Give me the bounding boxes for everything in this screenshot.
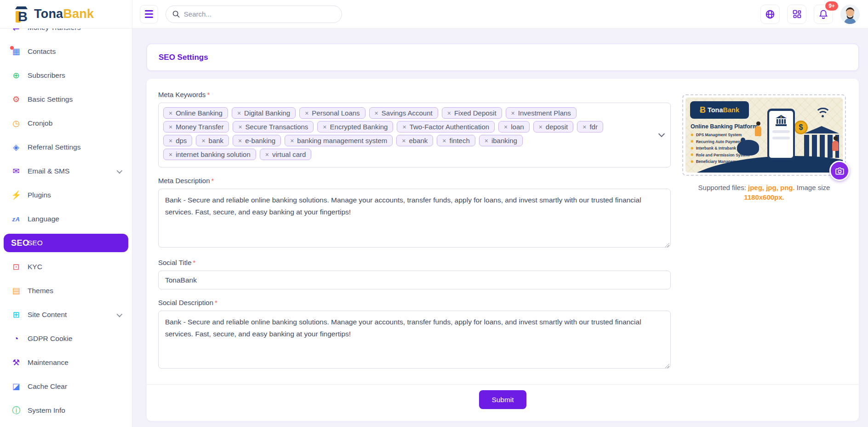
- bank-icon: [775, 115, 788, 127]
- remove-keyword-icon[interactable]: ×: [539, 123, 542, 131]
- sidebar-item-cronjob[interactable]: ◷Cronjob: [4, 114, 128, 133]
- keyword-chip[interactable]: ×ebank: [396, 135, 433, 146]
- remove-keyword-icon[interactable]: ×: [169, 137, 172, 144]
- sidebar-item-kyc[interactable]: ⊡KYC: [4, 258, 128, 276]
- sidebar-item-label: Basic Settings: [28, 95, 121, 104]
- sidebar-item-label: Maintenance: [28, 358, 121, 367]
- remove-keyword-icon[interactable]: ×: [511, 110, 515, 117]
- remove-keyword-icon[interactable]: ×: [238, 137, 242, 144]
- keyword-chip-label: Two-Factor Authentication: [410, 123, 489, 131]
- keyword-chip[interactable]: ×Encrypted Banking: [317, 121, 393, 133]
- seo-image-upload[interactable]: Ƀ TonaBank Online Banking Platform ✹DPS …: [682, 94, 846, 176]
- keyword-chip[interactable]: ×e-banking: [233, 135, 281, 146]
- remove-keyword-icon[interactable]: ×: [265, 151, 269, 158]
- remove-keyword-icon[interactable]: ×: [402, 123, 406, 131]
- sidebar-item-contacts[interactable]: ▦Contacts: [4, 42, 128, 61]
- resize-grip-icon[interactable]: [665, 364, 669, 368]
- keyword-chip[interactable]: ×virtual card: [260, 149, 312, 160]
- sidebar-item-referral-settings[interactable]: ◈Referral Settings: [4, 138, 128, 156]
- sidebar-item-basic-settings[interactable]: ⚙Basic Settings: [4, 90, 128, 109]
- remove-keyword-icon[interactable]: ×: [238, 123, 242, 131]
- remove-keyword-icon[interactable]: ×: [305, 110, 308, 117]
- social-title-input[interactable]: [158, 271, 671, 289]
- remove-keyword-icon[interactable]: ×: [582, 123, 586, 131]
- bell-icon: [818, 9, 828, 19]
- keyword-chip[interactable]: ×Savings Account: [369, 107, 438, 119]
- sidebar-item-money-transfers[interactable]: ⇄Money Transfers: [4, 29, 128, 37]
- remove-keyword-icon[interactable]: ×: [442, 137, 446, 144]
- keyword-chip[interactable]: ×banking management system: [285, 135, 393, 146]
- keyword-chip[interactable]: ×Online Banking: [163, 107, 228, 119]
- resize-grip-icon[interactable]: [665, 243, 669, 247]
- remove-keyword-icon[interactable]: ×: [290, 137, 294, 144]
- notification-dot: [10, 46, 14, 50]
- brand-logo[interactable]: B TonaBank: [0, 0, 132, 29]
- keyword-chip[interactable]: ×internet banking solution: [163, 149, 256, 160]
- sidebar-item-themes[interactable]: ▤Themes: [4, 282, 128, 300]
- keyword-chip[interactable]: ×deposit: [533, 121, 574, 133]
- remove-keyword-icon[interactable]: ×: [375, 110, 378, 117]
- sidebar-item-label: Email & SMS: [28, 167, 110, 175]
- user-avatar[interactable]: [840, 5, 860, 24]
- keyword-chip[interactable]: ×fintech: [437, 135, 475, 146]
- change-image-button[interactable]: [829, 161, 850, 181]
- sidebar-item-system-info[interactable]: ⓘSystem Info: [4, 401, 128, 420]
- remove-keyword-icon[interactable]: ×: [169, 123, 172, 131]
- sidebar-item-label: System Info: [28, 406, 121, 415]
- keyword-chip[interactable]: ×Secure Transactions: [233, 121, 314, 133]
- chevron-down-icon[interactable]: [658, 131, 665, 137]
- language-globe-button[interactable]: [760, 5, 780, 24]
- keyword-chip[interactable]: ×fdr: [577, 121, 603, 133]
- apps-menu-button[interactable]: [787, 5, 806, 24]
- keyword-chip-label: banking management system: [297, 137, 387, 144]
- wifi-icon: [815, 108, 831, 120]
- keyword-chip-label: Fixed Deposit: [454, 109, 497, 117]
- keyword-chip[interactable]: ×Fixed Deposit: [442, 107, 502, 119]
- banner-heading: Online Banking Platform: [691, 123, 758, 130]
- chevron-down-icon: [117, 311, 123, 317]
- keyword-chip[interactable]: ×bank: [196, 135, 229, 146]
- submit-button[interactable]: Submit: [479, 390, 526, 409]
- sidebar-item-plugins[interactable]: ⚡Plugins: [4, 186, 128, 204]
- sidebar-item-maintenance[interactable]: ⚒Maintenance: [4, 353, 128, 372]
- sidebar-toggle-button[interactable]: [140, 5, 158, 23]
- remove-keyword-icon[interactable]: ×: [504, 123, 508, 131]
- notifications-button[interactable]: 9+: [814, 5, 833, 24]
- sidebar-item-subscribers[interactable]: ⊕Subscribers: [4, 66, 128, 85]
- brand-logo-icon: B: [12, 5, 30, 23]
- keyword-chip[interactable]: ×Investment Plans: [506, 107, 577, 119]
- contact-card-icon: ▦: [11, 47, 21, 56]
- search-icon: [172, 10, 180, 18]
- remove-keyword-icon[interactable]: ×: [402, 137, 405, 144]
- remove-keyword-icon[interactable]: ×: [323, 123, 326, 131]
- remove-keyword-icon[interactable]: ×: [169, 110, 172, 117]
- sidebar-item-email-sms[interactable]: ✉Email & SMS: [4, 162, 128, 180]
- remove-keyword-icon[interactable]: ×: [485, 137, 488, 144]
- sidebar-item-site-content[interactable]: ⊞Site Content: [4, 306, 128, 324]
- keyword-chip[interactable]: ×Two-Factor Authentication: [397, 121, 495, 133]
- remove-keyword-icon[interactable]: ×: [169, 151, 172, 158]
- sidebar-nav: ⇄Money Transfers▦Contacts⊕Subscribers⚙Ba…: [0, 29, 132, 427]
- notification-count-badge: 9+: [825, 1, 838, 11]
- remove-keyword-icon[interactable]: ×: [237, 110, 241, 117]
- sidebar-item-label: GDPR Cookie: [28, 335, 121, 343]
- search-input[interactable]: [184, 10, 335, 18]
- remove-keyword-icon[interactable]: ×: [447, 110, 451, 117]
- search-box[interactable]: [166, 6, 342, 23]
- keyword-chip[interactable]: ×Money Transfer: [163, 121, 229, 133]
- meta-description-textarea[interactable]: Bank - Secure and reliable online bankin…: [158, 189, 671, 248]
- sidebar-item-gdpr-cookie[interactable]: ◔GDPR Cookie: [4, 329, 128, 348]
- keyword-chip[interactable]: ×Personal Loans: [299, 107, 365, 119]
- sidebar-item-language[interactable]: zALanguage: [4, 210, 128, 228]
- sidebar-item-cache-clear[interactable]: ◪Cache Clear: [4, 377, 128, 396]
- sidebar-item-label: Subscribers: [28, 71, 121, 80]
- meta-keywords-input[interactable]: ×Online Banking×Digital Banking×Personal…: [158, 103, 671, 167]
- social-description-textarea[interactable]: Bank - Secure and reliable online bankin…: [158, 311, 671, 369]
- keyword-chip[interactable]: ×ibanking: [479, 135, 523, 146]
- remove-keyword-icon[interactable]: ×: [201, 137, 205, 144]
- keyword-chip[interactable]: ×dps: [163, 135, 192, 146]
- keyword-chip[interactable]: ×loan: [498, 121, 530, 133]
- keyword-chip[interactable]: ×Digital Banking: [232, 107, 296, 119]
- sidebar-item-seo[interactable]: SEOSEO: [4, 234, 128, 252]
- eraser-icon: ◪: [11, 382, 21, 391]
